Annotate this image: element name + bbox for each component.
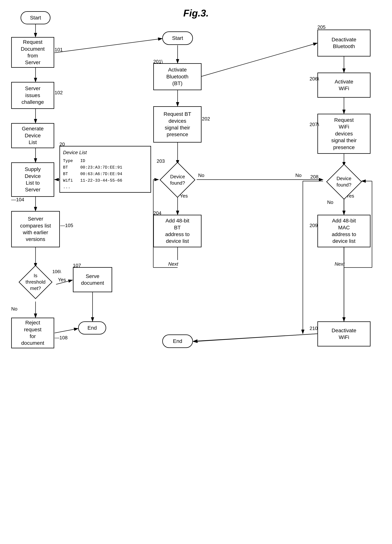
deactivate-bt-node: DeactivateBluetooth (317, 30, 370, 57)
add-bt-address-node: Add 48-bitBTaddress todevice list (153, 215, 202, 247)
bt-device-found-label: Devicefound? (157, 162, 199, 198)
label-204: 204 (153, 210, 161, 216)
threshold-diamond-container: Isthresholdmet? (19, 265, 52, 299)
activate-wifi-node: ActivateWiFi (317, 73, 370, 98)
device-list-title: Device List (63, 149, 147, 157)
deactivate-wifi-node: DeactivateWiFi (317, 321, 370, 346)
request-document-node: RequestDocumentfromServer (11, 37, 54, 68)
svg-line-46 (193, 334, 317, 341)
device-list-box: Device List Type ID BT 00:23:A3:7D:EE:91… (59, 146, 151, 193)
bt-device-found-diamond-container: Devicefound? (157, 162, 199, 198)
reject-request-node: Rejectrequestfordocument (11, 318, 54, 348)
svg-line-11 (55, 39, 162, 53)
server-compares-node: Servercompares listwith earlierversions (11, 211, 60, 247)
svg-line-7 (56, 280, 73, 284)
svg-text:No: No (327, 199, 333, 205)
svg-text:No: No (198, 172, 204, 178)
wifi-device-found-diamond-container: Devicefound? (321, 164, 367, 200)
end-node-middle: End (162, 334, 193, 348)
activate-bt-node: ActivateBluetooth(BT) (153, 63, 202, 90)
serve-document-node: Servedocument (73, 267, 112, 292)
request-bt-devices-node: Request BTdevicessignal theirpresence (153, 106, 202, 142)
label-210: 210 (310, 325, 318, 331)
label-205: 205 (317, 24, 325, 30)
device-list-content: Type ID BT 00:23:A3:7D:EE:91 BT 00:63:A6… (63, 158, 147, 191)
wifi-device-found-label: Devicefound? (321, 164, 367, 200)
add-mac-address-node: Add 48-bitMACaddress todevice list (317, 215, 370, 247)
svg-text:No: No (295, 172, 302, 178)
label-101: 101 (55, 47, 63, 53)
svg-text:Yes: Yes (58, 277, 66, 283)
label-20: 20 (59, 142, 65, 147)
server-issues-challenge-node: Serverissueschallenge (11, 82, 54, 109)
label-209: 209 (310, 223, 318, 228)
label-206: 206\ (310, 76, 319, 82)
svg-line-10 (55, 329, 78, 333)
label-103: —104 (11, 197, 24, 203)
svg-text:Next: Next (335, 261, 345, 267)
supply-device-list-node: SupplyDeviceList toServer (11, 162, 54, 197)
page-title: Fig.3. (183, 7, 209, 19)
request-wifi-devices-node: RequestWiFidevicessignal theirpresence (317, 114, 370, 154)
svg-line-36 (200, 43, 317, 77)
label-208: 208 (310, 174, 318, 180)
end-node-left: End (78, 321, 106, 334)
svg-text:No: No (11, 306, 18, 312)
label-102: 102 (55, 90, 63, 96)
label-105: —105 (60, 223, 73, 228)
label-108: —108 (55, 335, 67, 341)
svg-line-34 (193, 334, 318, 342)
threshold-diamond-label: Isthresholdmet? (19, 265, 52, 299)
label-107: 107 (73, 263, 81, 268)
label-201: 201\ (153, 59, 163, 65)
label-202: 202 (202, 116, 210, 122)
start-node-2: Start (162, 31, 193, 45)
svg-text:Next: Next (168, 261, 179, 267)
label-207: 207\ (310, 122, 319, 127)
label-106: 106\ (52, 269, 61, 274)
start-node-1: Start (21, 11, 51, 24)
generate-device-list-node: GenerateDeviceList (11, 123, 54, 148)
